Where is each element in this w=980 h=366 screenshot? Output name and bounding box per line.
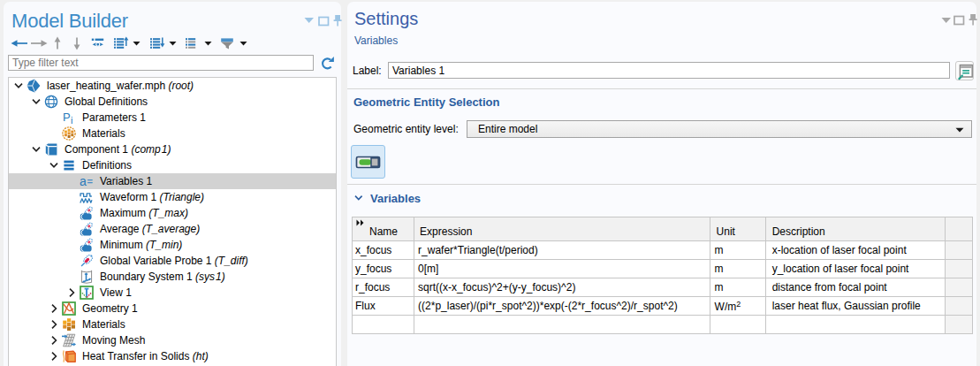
svg-text:a: a <box>80 174 87 188</box>
svg-text:i: i <box>71 115 72 126</box>
svg-text:P: P <box>63 111 71 124</box>
svg-text:=: = <box>87 176 93 187</box>
